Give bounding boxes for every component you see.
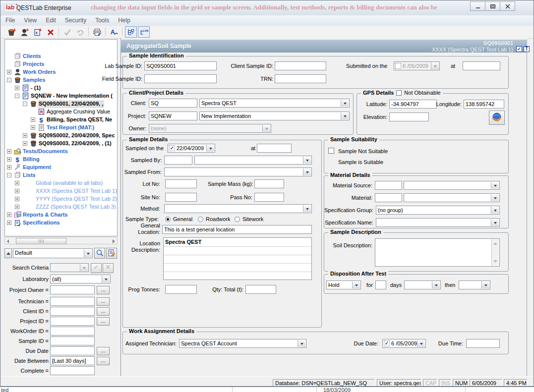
tree-item[interactable]: Billing (22, 156, 41, 164)
lab-tree-toggle[interactable]: LAB (138, 26, 150, 38)
tree-item[interactable]: Clients (22, 53, 42, 60)
clear-criteria-button[interactable]: ✕ (103, 263, 114, 273)
more-options-button[interactable]: ... (97, 357, 110, 365)
specification-group-combo[interactable]: (no group) (376, 206, 500, 215)
qty-total-input[interactable] (245, 285, 276, 294)
map-globe-button[interactable] (489, 111, 505, 125)
tree-expander-collapsed[interactable]: + (23, 133, 27, 138)
location-description-line-5[interactable] (164, 272, 311, 280)
tree-item[interactable]: - (1) (30, 84, 42, 92)
close-button[interactable] (500, 1, 515, 11)
menu-tools[interactable]: Tools (91, 15, 114, 25)
project-name-combo[interactable]: New Implementation (199, 112, 350, 120)
sampled-by-code-input[interactable] (164, 156, 192, 165)
tree-item[interactable]: ZZZZ (Spectra QEST Test Lab 3) (35, 203, 117, 211)
pass-no-input[interactable] (254, 193, 284, 202)
tree-expander-collapsed[interactable]: + (7, 70, 11, 74)
tree-expander-expanded[interactable]: - (23, 102, 27, 106)
delete-button[interactable] (45, 26, 57, 38)
trn-input[interactable] (275, 74, 326, 83)
material-combo[interactable] (404, 193, 500, 202)
confirm-button[interactable] (61, 26, 73, 38)
edit-search-button[interactable] (106, 248, 117, 259)
sample-type-sitework-radio[interactable] (235, 217, 240, 222)
maximize-button[interactable] (485, 1, 500, 11)
tree-item[interactable]: Billing, Spectra QEST, Ne (46, 116, 113, 124)
lab-sample-id-input[interactable]: SQ09S0001 (144, 61, 217, 70)
scroll-right-arrow[interactable] (113, 239, 115, 243)
collapse-search-button[interactable] (4, 248, 12, 258)
specification-name-combo[interactable] (376, 218, 500, 227)
tree-expander-expanded[interactable]: - (15, 94, 19, 98)
submitted-time-input[interactable] (463, 61, 500, 70)
owner-combo[interactable]: (none) (149, 124, 271, 133)
print-button[interactable] (91, 26, 103, 38)
gps-not-obtainable-checkbox[interactable] (396, 90, 402, 96)
tree-item[interactable]: Reports & Charts (22, 211, 68, 219)
tree-item[interactable]: Lists (22, 171, 37, 179)
scrollbar-thumb[interactable] (16, 238, 66, 244)
spelling-button[interactable]: A (108, 26, 120, 38)
sampled-time-input[interactable] (257, 144, 292, 153)
tree-item[interactable]: SQ09S0002, 20/04/2009, Spec (38, 132, 116, 140)
elevation-input[interactable] (389, 112, 429, 121)
apply-criteria-button[interactable]: ✓ (91, 263, 102, 273)
location-description-line-1[interactable]: Spectra QEST (164, 238, 311, 246)
new-sample-button[interactable]: + (6, 26, 18, 38)
tree-expander-collapsed[interactable]: + (31, 117, 35, 122)
site-no-input[interactable] (165, 193, 197, 202)
menu-view[interactable]: View (19, 15, 41, 25)
project-code-input[interactable]: SQNEW (149, 112, 197, 120)
search-input[interactable] (50, 307, 95, 316)
sample-not-suitable-checkbox[interactable] (328, 148, 334, 154)
sampled-date-combo[interactable]: ✓ 22/04/2009 (168, 144, 215, 153)
latitude-input[interactable]: -34.904797 (389, 100, 437, 109)
tree-item[interactable]: Projects (22, 60, 45, 68)
tree-item[interactable]: Work Orders (22, 68, 57, 76)
search-input[interactable] (50, 317, 95, 326)
sampled-by-combo[interactable] (194, 156, 312, 165)
search-input[interactable] (50, 297, 95, 306)
tree-item[interactable]: Samples (22, 76, 46, 84)
client-name-combo[interactable]: Spectra QEST (199, 99, 350, 108)
undo-button[interactable] (74, 26, 86, 38)
sample-type-roadwork-radio[interactable] (198, 217, 203, 222)
disposition-action-combo[interactable]: Hold (326, 280, 361, 289)
tree-item[interactable]: Test Report (MAT:) (46, 124, 95, 132)
general-location-input[interactable]: This is a test general location (162, 225, 312, 234)
tree-item[interactable]: Global (available to all labs) (35, 179, 104, 187)
location-description-line-3[interactable] (164, 255, 311, 264)
search-input[interactable] (50, 285, 95, 294)
search-input[interactable]: [Last 30 days] (50, 356, 95, 365)
menu-security[interactable]: Security (60, 15, 91, 25)
client-sample-id-input[interactable] (275, 61, 326, 70)
tree-item[interactable]: SQ09S0003, 22/04/2009, , (1) (38, 140, 113, 148)
tree-expander-collapsed[interactable]: + (7, 221, 11, 225)
more-options-button[interactable]: ... (97, 286, 110, 294)
field-sample-id-input[interactable] (144, 74, 217, 83)
tree-expander-collapsed[interactable]: + (15, 181, 19, 185)
tree-item[interactable]: Aggregate Crushing Value (46, 108, 111, 116)
menu-edit[interactable]: Edit (41, 15, 60, 25)
material-source-code-input[interactable] (375, 181, 402, 190)
tree-expander-collapsed[interactable]: + (15, 205, 19, 209)
assigned-technician-combo[interactable]: Spectra QEST Account (179, 339, 306, 348)
scroll-left-arrow[interactable] (7, 239, 9, 243)
disposition-then1-combo[interactable] (404, 280, 441, 289)
search-input[interactable] (50, 346, 95, 355)
tree-expander-expanded[interactable]: - (7, 78, 11, 82)
longitude-input[interactable]: 138.595742 (464, 100, 504, 109)
location-description-line-2[interactable] (164, 246, 311, 255)
run-search-button[interactable] (94, 248, 105, 259)
search-input[interactable] (50, 366, 95, 375)
search-combo[interactable] (50, 263, 89, 272)
header-lab-checkbox[interactable]: ✓ (516, 46, 522, 52)
material-source-combo[interactable] (404, 181, 500, 190)
tree-horizontal-scrollbar[interactable] (4, 237, 118, 244)
prog-tonnes-input[interactable] (165, 285, 197, 294)
tree-item[interactable]: Specifications (22, 219, 61, 227)
menu-file[interactable]: File (1, 15, 19, 25)
due-time-input[interactable] (466, 339, 500, 348)
header-t-button[interactable]: T (524, 46, 530, 52)
lot-no-input[interactable] (165, 179, 197, 188)
